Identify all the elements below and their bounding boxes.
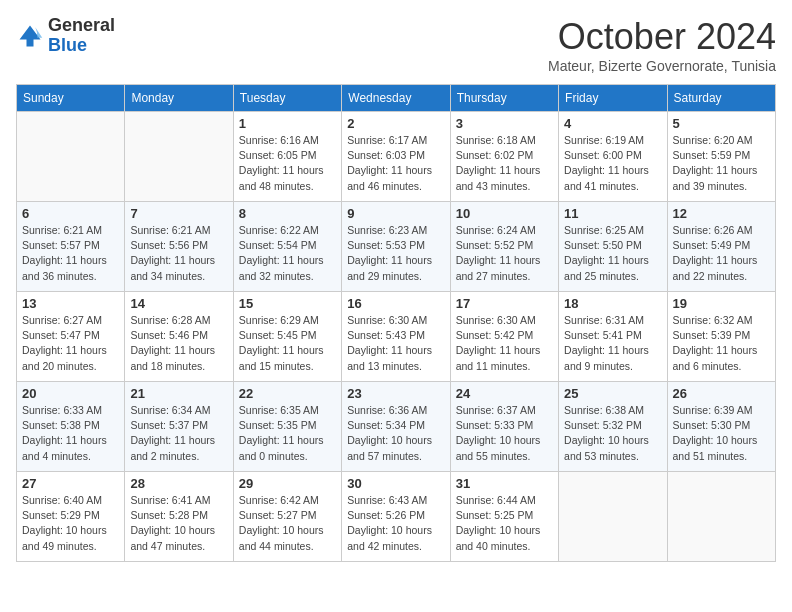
table-row: 22Sunrise: 6:35 AMSunset: 5:35 PMDayligh…: [233, 382, 341, 472]
table-row: 28Sunrise: 6:41 AMSunset: 5:28 PMDayligh…: [125, 472, 233, 562]
day-number: 14: [130, 296, 227, 311]
day-number: 15: [239, 296, 336, 311]
table-row: 13Sunrise: 6:27 AMSunset: 5:47 PMDayligh…: [17, 292, 125, 382]
logo-icon: [16, 22, 44, 50]
day-number: 22: [239, 386, 336, 401]
day-info: Sunrise: 6:34 AMSunset: 5:37 PMDaylight:…: [130, 403, 227, 464]
day-info: Sunrise: 6:38 AMSunset: 5:32 PMDaylight:…: [564, 403, 661, 464]
day-info: Sunrise: 6:23 AMSunset: 5:53 PMDaylight:…: [347, 223, 444, 284]
table-row: 12Sunrise: 6:26 AMSunset: 5:49 PMDayligh…: [667, 202, 775, 292]
day-info: Sunrise: 6:29 AMSunset: 5:45 PMDaylight:…: [239, 313, 336, 374]
table-row: [17, 112, 125, 202]
day-number: 25: [564, 386, 661, 401]
day-info: Sunrise: 6:43 AMSunset: 5:26 PMDaylight:…: [347, 493, 444, 554]
day-info: Sunrise: 6:40 AMSunset: 5:29 PMDaylight:…: [22, 493, 119, 554]
col-tuesday: Tuesday: [233, 85, 341, 112]
day-number: 28: [130, 476, 227, 491]
table-row: 29Sunrise: 6:42 AMSunset: 5:27 PMDayligh…: [233, 472, 341, 562]
logo-blue: Blue: [48, 35, 87, 55]
col-thursday: Thursday: [450, 85, 558, 112]
page-header: General Blue October 2024 Mateur, Bizert…: [16, 16, 776, 74]
table-row: 14Sunrise: 6:28 AMSunset: 5:46 PMDayligh…: [125, 292, 233, 382]
day-info: Sunrise: 6:39 AMSunset: 5:30 PMDaylight:…: [673, 403, 770, 464]
table-row: 25Sunrise: 6:38 AMSunset: 5:32 PMDayligh…: [559, 382, 667, 472]
col-sunday: Sunday: [17, 85, 125, 112]
table-row: 31Sunrise: 6:44 AMSunset: 5:25 PMDayligh…: [450, 472, 558, 562]
day-info: Sunrise: 6:16 AMSunset: 6:05 PMDaylight:…: [239, 133, 336, 194]
table-row: 19Sunrise: 6:32 AMSunset: 5:39 PMDayligh…: [667, 292, 775, 382]
logo: General Blue: [16, 16, 115, 56]
day-number: 2: [347, 116, 444, 131]
day-number: 31: [456, 476, 553, 491]
day-number: 16: [347, 296, 444, 311]
day-info: Sunrise: 6:19 AMSunset: 6:00 PMDaylight:…: [564, 133, 661, 194]
location-subtitle: Mateur, Bizerte Governorate, Tunisia: [548, 58, 776, 74]
day-number: 8: [239, 206, 336, 221]
day-info: Sunrise: 6:33 AMSunset: 5:38 PMDaylight:…: [22, 403, 119, 464]
table-row: 27Sunrise: 6:40 AMSunset: 5:29 PMDayligh…: [17, 472, 125, 562]
day-number: 4: [564, 116, 661, 131]
table-row: 20Sunrise: 6:33 AMSunset: 5:38 PMDayligh…: [17, 382, 125, 472]
day-number: 20: [22, 386, 119, 401]
day-number: 3: [456, 116, 553, 131]
table-row: 26Sunrise: 6:39 AMSunset: 5:30 PMDayligh…: [667, 382, 775, 472]
day-number: 13: [22, 296, 119, 311]
calendar-week-4: 20Sunrise: 6:33 AMSunset: 5:38 PMDayligh…: [17, 382, 776, 472]
day-number: 1: [239, 116, 336, 131]
table-row: 23Sunrise: 6:36 AMSunset: 5:34 PMDayligh…: [342, 382, 450, 472]
day-info: Sunrise: 6:26 AMSunset: 5:49 PMDaylight:…: [673, 223, 770, 284]
day-info: Sunrise: 6:18 AMSunset: 6:02 PMDaylight:…: [456, 133, 553, 194]
day-info: Sunrise: 6:41 AMSunset: 5:28 PMDaylight:…: [130, 493, 227, 554]
table-row: 10Sunrise: 6:24 AMSunset: 5:52 PMDayligh…: [450, 202, 558, 292]
day-number: 5: [673, 116, 770, 131]
day-info: Sunrise: 6:20 AMSunset: 5:59 PMDaylight:…: [673, 133, 770, 194]
day-info: Sunrise: 6:30 AMSunset: 5:43 PMDaylight:…: [347, 313, 444, 374]
table-row: [125, 112, 233, 202]
table-row: 17Sunrise: 6:30 AMSunset: 5:42 PMDayligh…: [450, 292, 558, 382]
table-row: 8Sunrise: 6:22 AMSunset: 5:54 PMDaylight…: [233, 202, 341, 292]
day-info: Sunrise: 6:25 AMSunset: 5:50 PMDaylight:…: [564, 223, 661, 284]
table-row: 4Sunrise: 6:19 AMSunset: 6:00 PMDaylight…: [559, 112, 667, 202]
month-title: October 2024: [548, 16, 776, 58]
table-row: 9Sunrise: 6:23 AMSunset: 5:53 PMDaylight…: [342, 202, 450, 292]
day-info: Sunrise: 6:31 AMSunset: 5:41 PMDaylight:…: [564, 313, 661, 374]
table-row: 2Sunrise: 6:17 AMSunset: 6:03 PMDaylight…: [342, 112, 450, 202]
day-info: Sunrise: 6:17 AMSunset: 6:03 PMDaylight:…: [347, 133, 444, 194]
day-info: Sunrise: 6:28 AMSunset: 5:46 PMDaylight:…: [130, 313, 227, 374]
col-friday: Friday: [559, 85, 667, 112]
table-row: 30Sunrise: 6:43 AMSunset: 5:26 PMDayligh…: [342, 472, 450, 562]
day-number: 12: [673, 206, 770, 221]
day-info: Sunrise: 6:44 AMSunset: 5:25 PMDaylight:…: [456, 493, 553, 554]
day-info: Sunrise: 6:21 AMSunset: 5:56 PMDaylight:…: [130, 223, 227, 284]
day-number: 6: [22, 206, 119, 221]
day-number: 7: [130, 206, 227, 221]
day-number: 26: [673, 386, 770, 401]
table-row: [559, 472, 667, 562]
table-row: 18Sunrise: 6:31 AMSunset: 5:41 PMDayligh…: [559, 292, 667, 382]
calendar-week-2: 6Sunrise: 6:21 AMSunset: 5:57 PMDaylight…: [17, 202, 776, 292]
col-wednesday: Wednesday: [342, 85, 450, 112]
day-info: Sunrise: 6:37 AMSunset: 5:33 PMDaylight:…: [456, 403, 553, 464]
day-number: 21: [130, 386, 227, 401]
col-saturday: Saturday: [667, 85, 775, 112]
table-row: 15Sunrise: 6:29 AMSunset: 5:45 PMDayligh…: [233, 292, 341, 382]
table-row: [667, 472, 775, 562]
logo-text: General Blue: [48, 16, 115, 56]
day-number: 10: [456, 206, 553, 221]
table-row: 24Sunrise: 6:37 AMSunset: 5:33 PMDayligh…: [450, 382, 558, 472]
title-area: October 2024 Mateur, Bizerte Governorate…: [548, 16, 776, 74]
day-number: 9: [347, 206, 444, 221]
logo-general: General: [48, 15, 115, 35]
table-row: 16Sunrise: 6:30 AMSunset: 5:43 PMDayligh…: [342, 292, 450, 382]
day-number: 30: [347, 476, 444, 491]
table-row: 11Sunrise: 6:25 AMSunset: 5:50 PMDayligh…: [559, 202, 667, 292]
day-info: Sunrise: 6:36 AMSunset: 5:34 PMDaylight:…: [347, 403, 444, 464]
table-row: 5Sunrise: 6:20 AMSunset: 5:59 PMDaylight…: [667, 112, 775, 202]
table-row: 7Sunrise: 6:21 AMSunset: 5:56 PMDaylight…: [125, 202, 233, 292]
day-number: 29: [239, 476, 336, 491]
day-number: 19: [673, 296, 770, 311]
calendar-week-3: 13Sunrise: 6:27 AMSunset: 5:47 PMDayligh…: [17, 292, 776, 382]
day-number: 23: [347, 386, 444, 401]
table-row: 3Sunrise: 6:18 AMSunset: 6:02 PMDaylight…: [450, 112, 558, 202]
calendar-table: Sunday Monday Tuesday Wednesday Thursday…: [16, 84, 776, 562]
